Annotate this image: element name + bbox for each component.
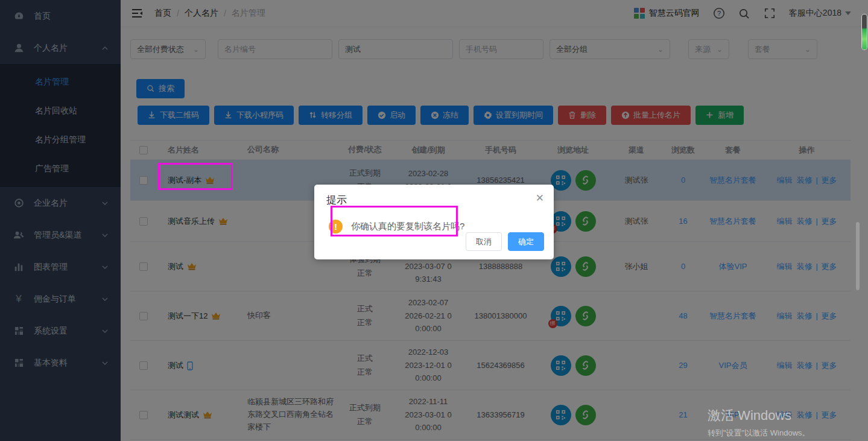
cancel-button[interactable]: 取消 [466, 232, 502, 251]
confirm-dialog: 提示 ✕ ! 你确认真的要复制该名片吗? 取消 确定 [314, 185, 554, 259]
dialog-title: 提示 [326, 193, 542, 207]
page-scrollbar-thumb[interactable] [862, 14, 867, 49]
confirm-button[interactable]: 确定 [508, 232, 544, 251]
table-scrollbar-thumb[interactable] [856, 222, 860, 290]
warning-icon: ! [329, 220, 343, 233]
close-icon[interactable]: ✕ [536, 193, 544, 203]
dialog-message: 你确认真的要复制该名片吗? [351, 221, 464, 232]
